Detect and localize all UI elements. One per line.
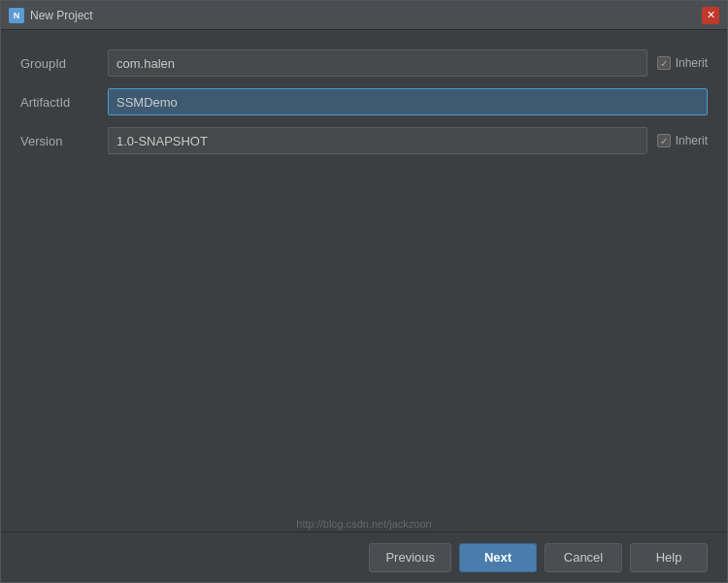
group-id-input[interactable] [108,49,647,77]
previous-button[interactable]: Previous [369,543,451,572]
content-area: GroupId Inherit ArtifactId Version Inher… [1,30,727,532]
title-bar: N New Project ✕ [1,1,727,30]
next-button[interactable]: Next [459,543,537,572]
new-project-window: N New Project ✕ GroupId Inherit Artifact… [0,0,728,583]
title-bar-controls: ✕ [702,7,719,24]
version-row: Version Inherit [20,127,708,154]
form-area: GroupId Inherit ArtifactId Version Inher… [20,49,708,154]
version-inherit-group: Inherit [657,134,708,147]
group-id-inherit-group: Inherit [657,56,708,70]
group-id-inherit-label: Inherit [676,56,708,70]
group-id-row: GroupId Inherit [20,49,708,77]
window-icon: N [9,8,24,23]
title-bar-left: N New Project [9,8,93,23]
help-button[interactable]: Help [630,543,708,572]
artifact-id-row: ArtifactId [20,88,708,115]
spacer [20,154,708,514]
group-id-inherit-checkbox[interactable] [657,56,671,70]
version-label: Version [20,134,98,148]
close-button[interactable]: ✕ [702,7,719,24]
window-title: New Project [30,9,93,22]
cancel-button[interactable]: Cancel [545,543,622,572]
watermark: http://blog.csdn.net/jackzoon [20,514,708,532]
version-input[interactable] [108,127,647,154]
version-inherit-checkbox[interactable] [657,134,671,147]
version-inherit-label: Inherit [676,134,708,147]
group-id-label: GroupId [20,56,98,71]
artifact-id-label: ArtifactId [20,95,98,110]
footer: Previous Next Cancel Help [1,532,727,582]
artifact-id-input[interactable] [108,88,708,115]
